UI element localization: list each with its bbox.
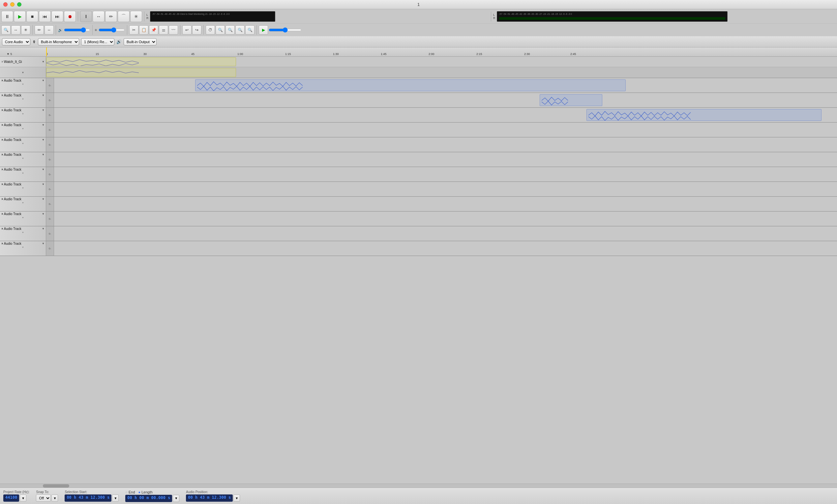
audio-canvas-5[interactable] [54, 137, 837, 152]
zoom-fit-button[interactable]: ↔ [44, 25, 54, 35]
audio-canvas-9[interactable] [54, 197, 837, 211]
zoom-out-button[interactable]: ↔ [11, 25, 20, 35]
audio-canvas-1[interactable] [54, 78, 837, 93]
scrollbar-thumb[interactable] [43, 484, 69, 487]
audio-close-1[interactable]: × [1, 79, 3, 82]
silence-button[interactable]: 〰 [169, 25, 178, 35]
audio-sub-arrow-3[interactable]: ▼ [22, 113, 24, 115]
snap-to-dropdown[interactable]: ▼ [51, 494, 58, 502]
audio-canvas-7[interactable] [54, 167, 837, 182]
audio-host-select[interactable]: Core Audio [2, 38, 30, 45]
tool-zoom-button[interactable]: ↔ [93, 11, 105, 22]
zoom-in2-button[interactable]: 🔍 [216, 25, 225, 35]
trim-button[interactable]: ⚌ [159, 25, 168, 35]
tool-select-button[interactable]: I [80, 11, 92, 22]
audio-sub-arrow-12[interactable]: ▼ [22, 246, 24, 248]
speed-slider[interactable] [99, 27, 125, 33]
audio-dropdown-3[interactable]: ▼ [42, 109, 44, 112]
audio-dropdown-2[interactable]: ▼ [42, 94, 44, 97]
audio-close-5[interactable]: × [1, 138, 3, 142]
audio-dropdown-8[interactable]: ▼ [42, 183, 44, 186]
audio-sub-arrow-9[interactable]: ▼ [22, 202, 24, 204]
skip-start-button[interactable]: ⏮ [39, 11, 51, 22]
zoom-in-button[interactable]: 🔍 [1, 25, 11, 35]
audio-sub-arrow-2[interactable]: ▼ [22, 98, 24, 100]
audio-canvas-4[interactable] [54, 123, 837, 137]
zoom-out2-button[interactable]: 🔍 [226, 25, 235, 35]
watch-sub-arrow[interactable]: ▼ [22, 71, 24, 74]
tool-multi-button[interactable]: ✳ [130, 11, 142, 22]
end-length-dropdown[interactable]: ▼ [173, 495, 179, 502]
cut-button[interactable]: ✂ [129, 25, 139, 35]
project-rate-value[interactable]: 44100 [3, 494, 19, 502]
audio-close-7[interactable]: × [1, 168, 3, 171]
undo-button[interactable]: ↩ [182, 25, 192, 35]
stop-button[interactable]: ■ [26, 11, 38, 22]
selection-end-value[interactable]: 00 h 00 m 00.000 s [125, 495, 172, 502]
audio-close-4[interactable]: × [1, 123, 3, 127]
audio-sub-arrow-4[interactable]: ▼ [22, 128, 24, 130]
tracks-container[interactable]: × Watch_It_Gi ▼ ▼ [0, 57, 837, 484]
end-radio-label[interactable]: ○ End [125, 490, 135, 494]
audio-position-value[interactable]: 00 h 43 m 12.300 s [186, 494, 233, 502]
sync-button[interactable]: ⏱ [206, 25, 215, 35]
audio-close-11[interactable]: × [1, 227, 3, 230]
zoom-sel-button[interactable]: 🔍 [245, 25, 254, 35]
audio-dropdown-9[interactable]: ▼ [42, 198, 44, 201]
selection-start-value[interactable]: 00 h 43 m 12.300 s [65, 494, 111, 502]
watch-canvas-2[interactable] [46, 67, 837, 78]
audio-canvas-6[interactable] [54, 152, 837, 167]
audio-close-10[interactable]: × [1, 212, 3, 216]
play-button[interactable]: ▶ [14, 11, 26, 22]
watch-close-1[interactable]: × [1, 60, 3, 63]
audio-close-6[interactable]: × [1, 153, 3, 156]
audio-close-2[interactable]: × [1, 94, 3, 97]
audio-sub-arrow-8[interactable]: ▼ [22, 187, 24, 189]
skip-end-button[interactable]: ⏭ [51, 11, 63, 22]
audio-dropdown-7[interactable]: ▼ [42, 168, 44, 171]
maximize-button[interactable] [17, 2, 21, 6]
close-button[interactable] [3, 2, 7, 6]
watch-dropdown-1[interactable]: ▼ [42, 60, 44, 63]
audio-sub-arrow-11[interactable]: ▼ [22, 231, 24, 234]
project-rate-dropdown[interactable]: ▼ [20, 494, 26, 502]
draw-button[interactable]: ✏ [35, 25, 44, 35]
audio-position-dropdown[interactable]: ▼ [233, 494, 240, 502]
audio-canvas-11[interactable] [54, 226, 837, 241]
audio-dropdown-5[interactable]: ▼ [42, 138, 44, 141]
audio-canvas-8[interactable] [54, 182, 837, 196]
output-select[interactable]: Built-in Output [124, 38, 157, 45]
tool-draw-button[interactable]: ✏ [105, 11, 117, 22]
zoom-fit2-button[interactable]: 🔍 [235, 25, 245, 35]
audio-canvas-2[interactable] [54, 93, 837, 107]
length-radio-label[interactable]: ● Length [139, 490, 153, 494]
audio-dropdown-4[interactable]: ▼ [42, 124, 44, 127]
play-at-speed-button[interactable]: ▶ [259, 25, 268, 35]
horizontal-scrollbar[interactable] [0, 484, 837, 487]
redo-button[interactable]: ↪ [192, 25, 201, 35]
paste-button[interactable]: 📌 [149, 25, 158, 35]
audio-sub-arrow-10[interactable]: ▼ [22, 217, 24, 219]
audio-canvas-3[interactable] [54, 108, 837, 122]
audio-dropdown-6[interactable]: ▼ [42, 153, 44, 156]
snap-to-select[interactable]: Off [36, 494, 51, 502]
playback-speed-slider[interactable] [269, 27, 302, 33]
audio-dropdown-11[interactable]: ▼ [42, 227, 44, 230]
minimize-button[interactable] [10, 2, 15, 6]
audio-canvas-12[interactable] [54, 241, 837, 256]
audio-close-12[interactable]: × [1, 242, 3, 245]
volume-slider[interactable] [64, 27, 90, 33]
audio-dropdown-10[interactable]: ▼ [42, 212, 44, 216]
audio-dropdown-12[interactable]: ▼ [42, 242, 44, 245]
channel-select[interactable]: 1 (Mono) Re... [81, 38, 114, 45]
pause-button[interactable]: ⏸ [1, 11, 13, 22]
microphone-select[interactable]: Built-in Microphone [38, 38, 79, 45]
audio-close-8[interactable]: × [1, 183, 3, 186]
audio-sub-arrow-1[interactable]: ▼ [22, 83, 24, 85]
audio-dropdown-1[interactable]: ▼ [42, 79, 44, 82]
audio-close-9[interactable]: × [1, 197, 3, 201]
multi-tool-button[interactable]: ✳ [21, 25, 30, 35]
audio-canvas-10[interactable] [54, 211, 837, 226]
audio-close-3[interactable]: × [1, 108, 3, 112]
copy-button[interactable]: 📋 [139, 25, 148, 35]
